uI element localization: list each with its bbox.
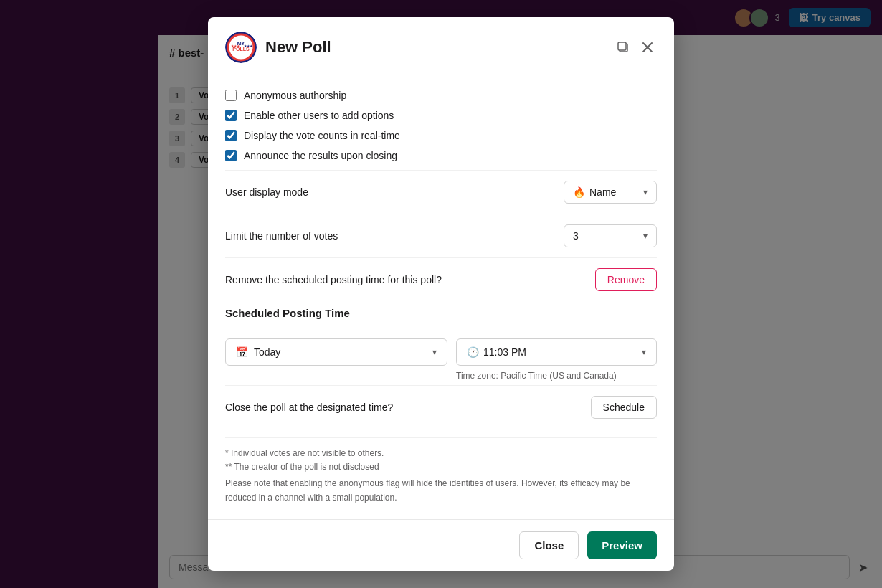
close-modal-button[interactable] <box>638 38 657 57</box>
schedule-button[interactable]: Schedule <box>591 396 657 419</box>
footnote-1: * Individual votes are not visible to ot… <box>225 447 657 460</box>
modal-overlay: MY POLLS ★★★ ★★★ New Poll <box>0 0 882 588</box>
duplicate-button[interactable] <box>614 38 632 57</box>
remove-scheduled-label: Remove the scheduled posting time for th… <box>225 274 442 285</box>
checkbox-row-display-votes: Display the vote counts in real-time <box>225 130 657 141</box>
anonymous-label[interactable]: Anonymous authorship <box>244 90 346 101</box>
modal-title: New Poll <box>265 38 605 57</box>
announce-results-label[interactable]: Announce the results upon closing <box>244 150 397 161</box>
scheduled-posting-title: Scheduled Posting Time <box>225 307 657 319</box>
date-value: Today <box>254 346 280 358</box>
time-picker-button[interactable]: 🕐 11:03 PM ▾ <box>456 338 657 366</box>
close-button[interactable]: Close <box>519 531 579 559</box>
date-chevron-icon: ▾ <box>432 347 437 357</box>
footnote-3: Please note that enabling the anonymous … <box>225 477 657 504</box>
close-poll-row: Close the poll at the designated time? S… <box>225 385 657 429</box>
svg-text:★★★: ★★★ <box>231 44 240 48</box>
enable-options-checkbox[interactable] <box>225 110 237 121</box>
remove-scheduled-row: Remove the scheduled posting time for th… <box>225 257 657 301</box>
preview-button[interactable]: Preview <box>587 531 657 559</box>
announce-results-checkbox[interactable] <box>225 150 237 161</box>
user-display-label: User display mode <box>225 186 308 198</box>
svg-text:★★★: ★★★ <box>244 44 253 48</box>
user-display-value-inner: 🔥 Name <box>573 186 616 198</box>
time-chevron-icon: ▾ <box>642 347 646 357</box>
footnote-2: ** The creator of the poll is not disclo… <box>225 460 657 474</box>
user-display-icon: 🔥 <box>573 186 585 198</box>
checkbox-row-anonymous: Anonymous authorship <box>225 90 657 101</box>
modal-header-buttons <box>614 38 657 57</box>
display-votes-checkbox[interactable] <box>225 130 237 141</box>
limit-votes-dropdown[interactable]: 3 ▾ <box>564 224 657 247</box>
limit-votes-chevron-icon: ▾ <box>643 231 648 241</box>
limit-votes-value: 3 <box>573 230 579 242</box>
calendar-icon: 📅 <box>236 346 248 358</box>
close-poll-label: Close the poll at the designated time? <box>225 402 393 413</box>
timezone-text: Time zone: Pacific Time (US and Canada) <box>456 370 657 382</box>
svg-rect-8 <box>618 42 626 50</box>
checkbox-row-announce: Announce the results upon closing <box>225 150 657 161</box>
enable-options-label[interactable]: Enable other users to add options <box>244 110 394 121</box>
clock-icon: 🕐 <box>467 346 479 358</box>
modal-header: MY POLLS ★★★ ★★★ New Poll <box>208 17 674 75</box>
modal-logo: MY POLLS ★★★ ★★★ <box>225 32 257 63</box>
scheduled-row: 📅 Today ▾ 🕐 11:03 PM ▾ Time zone: Pacifi… <box>225 328 657 382</box>
user-display-row: User display mode 🔥 Name ▾ <box>225 170 657 214</box>
new-poll-modal: MY POLLS ★★★ ★★★ New Poll <box>208 17 674 571</box>
user-display-dropdown[interactable]: 🔥 Name ▾ <box>564 181 657 204</box>
time-inner: 🕐 11:03 PM <box>467 346 526 358</box>
time-value: 11:03 PM <box>483 346 526 358</box>
checkbox-row-enable-options: Enable other users to add options <box>225 110 657 121</box>
limit-votes-label: Limit the number of votes <box>225 230 338 242</box>
display-votes-label[interactable]: Display the vote counts in real-time <box>244 130 400 141</box>
remove-button[interactable]: Remove <box>595 268 657 291</box>
anonymous-checkbox[interactable] <box>225 90 237 101</box>
date-inner: 📅 Today <box>236 346 280 358</box>
modal-footer: Close Preview <box>208 519 674 571</box>
date-picker-button[interactable]: 📅 Today ▾ <box>225 338 447 366</box>
user-display-value: Name <box>589 186 616 198</box>
footnotes: * Individual votes are not visible to ot… <box>225 437 657 505</box>
modal-body: Anonymous authorship Enable other users … <box>208 75 674 519</box>
chevron-down-icon: ▾ <box>643 187 648 197</box>
limit-votes-row: Limit the number of votes 3 ▾ <box>225 214 657 257</box>
time-section: 🕐 11:03 PM ▾ Time zone: Pacific Time (US… <box>456 338 657 382</box>
